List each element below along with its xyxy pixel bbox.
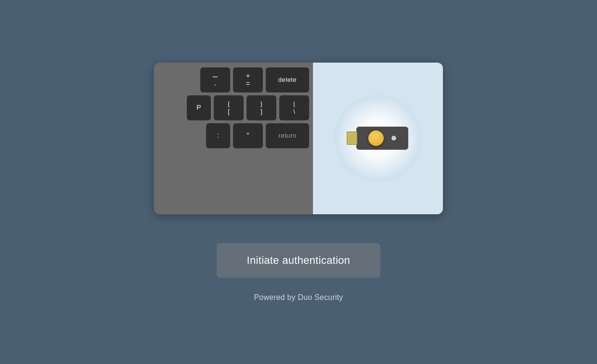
key-p: P [187, 95, 211, 120]
keyboard-section: – - + = delete P { [ [154, 63, 313, 214]
yubikey-section [313, 63, 443, 214]
usb-connector [347, 131, 357, 145]
key-row-1: – - + = delete [154, 67, 309, 92]
initiate-auth-button[interactable]: Initiate authentication [217, 243, 380, 278]
key-plus: + = [233, 67, 263, 92]
yubikey-body [356, 127, 408, 150]
key-pipe: | \ [279, 95, 309, 120]
powered-by-text: Powered by Duo Security [254, 293, 343, 302]
key-quote: " [233, 123, 263, 148]
glow-circle [335, 95, 421, 182]
yubikey-button [368, 130, 384, 146]
main-container: – - + = delete P { [ [154, 63, 443, 302]
yubikey-led [391, 136, 396, 141]
key-delete: delete [266, 67, 309, 92]
key-row-2: P { [ } ] | \ [154, 95, 309, 120]
key-brace-open: { [ [214, 95, 244, 120]
yubikey-device [347, 126, 409, 151]
key-minus: – - [200, 67, 230, 92]
key-row-3: : " return [154, 123, 309, 148]
hero-image: – - + = delete P { [ [154, 63, 443, 214]
key-return: return [266, 123, 309, 148]
key-colon: : [206, 123, 230, 148]
key-brace-close: } ] [247, 95, 276, 120]
